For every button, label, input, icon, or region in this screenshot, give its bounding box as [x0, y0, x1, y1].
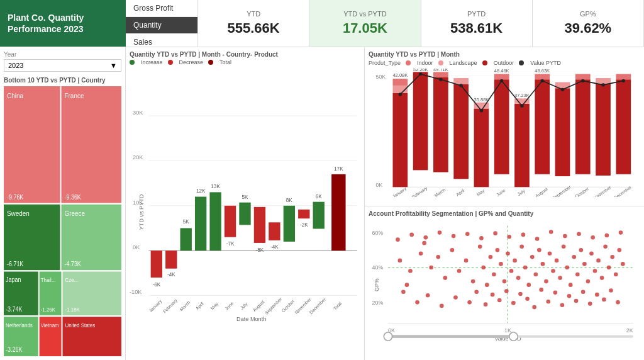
svg-text:July: July	[516, 188, 526, 197]
svg-point-131	[579, 248, 584, 252]
waterfall-svg: 30K 20K 10K 0K -10K YTD vs PYTD	[130, 68, 360, 356]
pytd-point	[622, 79, 625, 82]
svg-point-130	[575, 273, 580, 277]
svg-point-135	[593, 269, 597, 274]
bar-jul-outdoor	[514, 104, 530, 187]
kpi-ytd: YTD 555.66K	[198, 0, 309, 47]
kpi-ytd-vs-pytd: YTD vs PYTD 17.05K	[309, 0, 421, 47]
svg-text:6K: 6K	[316, 194, 323, 200]
legend-landscape-label: Landscape	[450, 60, 477, 66]
year-selector[interactable]: 2023 ▼	[4, 59, 121, 72]
svg-text:0K: 0K	[133, 244, 140, 250]
svg-text:30K: 30K	[133, 110, 143, 116]
pytd-point	[500, 79, 503, 82]
svg-text:Thail...: Thail...	[41, 276, 56, 283]
svg-text:52.26K: 52.26K	[413, 69, 428, 72]
svg-text:March: March	[433, 187, 446, 197]
pytd-point	[561, 88, 564, 91]
bar-dec-indoor	[616, 74, 631, 80]
svg-point-186	[605, 233, 609, 238]
svg-point-108	[499, 262, 503, 267]
bar-mar	[180, 228, 192, 250]
svg-text:April: April	[195, 301, 205, 311]
svg-text:January: January	[392, 186, 408, 198]
legend-total-label: Total	[219, 59, 231, 65]
svg-point-91	[408, 269, 413, 274]
page-title: Plant Co. Quantity Performance 2023	[8, 12, 118, 35]
bar-feb	[165, 250, 177, 269]
bar-mar-outdoor	[433, 77, 448, 172]
svg-point-173	[424, 235, 428, 240]
bar-jun-outdoor	[494, 79, 509, 174]
pytd-point	[439, 78, 442, 81]
bar-aug	[254, 207, 265, 243]
tab-quantity[interactable]: Quantity	[126, 17, 197, 34]
svg-text:December: December	[613, 184, 633, 197]
bar-nov-landscape	[596, 78, 611, 84]
legend-pytd-label: Value PYTD	[530, 60, 561, 66]
bar-jun	[225, 206, 236, 237]
svg-point-163	[567, 294, 572, 298]
svg-point-97	[443, 276, 448, 281]
svg-text:December: December	[309, 297, 327, 315]
svg-point-96	[436, 255, 440, 259]
treemap-cell-france[interactable]	[62, 86, 121, 203]
svg-point-184	[577, 232, 581, 237]
svg-text:50K: 50K	[376, 74, 386, 80]
tab-gross-profit[interactable]: Gross Profit	[126, 0, 197, 17]
pytd-point	[480, 109, 483, 112]
svg-point-121	[544, 279, 548, 284]
bar-nov	[298, 210, 309, 218]
waterfall-legend: Increase Decrease Total	[130, 59, 360, 65]
bar-jul	[239, 203, 250, 225]
svg-point-126	[562, 245, 566, 249]
svg-point-110	[506, 252, 510, 256]
svg-text:August: August	[252, 300, 265, 313]
slider-handle-left[interactable]	[384, 332, 392, 340]
svg-text:37.23K: 37.23K	[514, 93, 530, 98]
svg-text:April: April	[455, 188, 465, 198]
svg-point-148	[453, 296, 458, 300]
svg-text:-6K: -6K	[152, 282, 160, 288]
svg-text:Total: Total	[333, 301, 343, 312]
svg-point-129	[572, 255, 576, 259]
svg-point-187	[619, 231, 623, 235]
svg-text:5K: 5K	[242, 194, 249, 200]
year-label: Year	[4, 51, 121, 58]
right-panel: Quantity YTD vs PYTD | Month Produt_Type…	[365, 47, 644, 360]
svg-point-141	[614, 273, 618, 277]
treemap-title: Bottom 10 YTD vs PYTD | Country	[4, 77, 121, 84]
svg-point-146	[426, 293, 430, 298]
svg-point-178	[493, 232, 497, 236]
svg-point-150	[474, 290, 479, 295]
svg-point-101	[471, 279, 475, 284]
svg-text:48.63K: 48.63K	[535, 69, 550, 74]
svg-point-182	[549, 230, 553, 235]
pytd-point	[541, 79, 544, 82]
title-block: Plant Co. Quantity Performance 2023	[0, 0, 126, 47]
svg-point-118	[534, 273, 538, 277]
svg-text:60%: 60%	[372, 230, 384, 236]
svg-point-119	[537, 248, 541, 252]
svg-point-111	[509, 269, 514, 274]
svg-point-172	[409, 233, 414, 237]
svg-text:May: May	[210, 301, 219, 311]
kpi-pytd: PYTD 538.61K	[421, 0, 533, 47]
bar-apr-landscape	[453, 78, 469, 84]
slider-fill	[388, 335, 513, 338]
legend-increase-label: Increase	[141, 59, 163, 65]
svg-point-132	[582, 262, 587, 267]
treemap-cell-china[interactable]	[4, 86, 60, 203]
svg-text:-9.36K: -9.36K	[64, 193, 81, 201]
dashboard: Plant Co. Quantity Performance 2023 Gros…	[0, 0, 644, 360]
svg-point-168	[602, 298, 606, 302]
svg-point-137	[600, 276, 604, 281]
svg-text:13K: 13K	[211, 184, 220, 189]
svg-point-104	[485, 283, 489, 288]
svg-point-117	[530, 255, 535, 259]
svg-point-153	[497, 298, 502, 303]
slider-handle-right[interactable]	[509, 332, 518, 340]
kpi-ytdpytd-label: YTD vs PYTD	[343, 10, 386, 18]
kpi-gp-value: 39.62%	[565, 20, 612, 37]
legend-dot-decrease	[168, 60, 173, 65]
